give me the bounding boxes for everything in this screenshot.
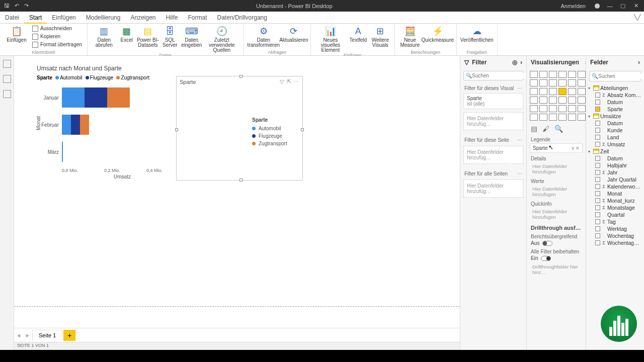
filter-drop-page[interactable]: Hier Datenfelder hinzufüg…	[463, 146, 523, 164]
avatar-icon[interactable]	[595, 4, 600, 9]
field-node[interactable]: ΣAbsatz Kom…	[588, 92, 642, 99]
tooltip-drop[interactable]: Hier Datenfelder hinzufügen	[530, 208, 583, 221]
enter-data-button[interactable]: ⌨Daten eingeben	[181, 25, 202, 48]
new-visual-button[interactable]: 📊Neues visuelles Element	[315, 25, 346, 53]
save-icon[interactable]: 🖫	[4, 3, 10, 9]
field-node[interactable]: Land	[588, 134, 642, 141]
viz-type-icon[interactable]	[568, 114, 576, 121]
more-visuals-button[interactable]: ⊞Weitere Visuals	[370, 25, 390, 48]
table-node[interactable]: ▾Umsätze	[588, 113, 642, 120]
viz-type-icon[interactable]	[530, 105, 538, 112]
collapse-icon[interactable]: ›	[638, 59, 640, 66]
viz-type-icon[interactable]	[558, 88, 567, 95]
drillthrough-drop[interactable]: Drillthroughfelder hier hinz…	[530, 263, 583, 276]
paste-button[interactable]: 📋Einfügen	[4, 25, 29, 43]
collapse-ribbon-icon[interactable]: ╲╱	[634, 14, 641, 21]
analytics-tab-icon[interactable]: 🔍	[554, 125, 563, 133]
get-data-button[interactable]: ▥Daten abrufen	[92, 25, 117, 48]
cross-report-toggle[interactable]	[542, 241, 552, 246]
tab-drillvorgang[interactable]: Daten/Drillvorgang	[212, 12, 272, 24]
field-node[interactable]: Jahr Quartal	[588, 176, 642, 183]
field-node[interactable]: ΣUmsatz	[588, 141, 642, 148]
undo-icon[interactable]: ↶	[15, 3, 19, 9]
viz-type-icon[interactable]	[539, 79, 547, 86]
field-node[interactable]: Datum	[588, 99, 642, 106]
format-tab-icon[interactable]: 🖌	[542, 125, 549, 133]
viz-type-icon[interactable]	[578, 114, 586, 121]
next-page-button[interactable]: ►	[23, 332, 32, 338]
viz-type-icon[interactable]	[558, 97, 567, 104]
refresh-button[interactable]: ⟳Aktualisieren	[281, 25, 306, 43]
maximize-button[interactable]: ▢	[620, 3, 626, 9]
field-node[interactable]: ΣMonatstage	[588, 204, 642, 211]
viz-type-icon[interactable]	[558, 114, 567, 121]
tab-hilfe[interactable]: Hilfe	[161, 12, 183, 24]
prev-page-button[interactable]: ◄	[14, 332, 23, 338]
viz-type-icon[interactable]	[530, 88, 538, 95]
keep-filters-toggle[interactable]	[541, 256, 551, 261]
viz-type-icon[interactable]	[530, 114, 538, 121]
filter-drop-visual[interactable]: Hier Datenfelder hinzufüg…	[463, 112, 523, 130]
collapse-icon[interactable]: ›	[520, 59, 522, 66]
viz-type-icon[interactable]	[549, 97, 557, 104]
fields-search-input[interactable]	[598, 73, 644, 79]
minimize-button[interactable]: —	[607, 3, 613, 9]
viz-type-icon[interactable]	[530, 71, 538, 78]
slicer-visual[interactable]: Sparte ▽ ⇱ ⋯ Sparte Automobil Flugzeuge …	[176, 76, 303, 180]
excel-button[interactable]: ▦Excel	[119, 25, 135, 43]
table-node[interactable]: ▾Abteilungen	[588, 84, 642, 92]
filter-icon[interactable]: ▽	[278, 78, 285, 85]
field-node[interactable]: ΣTag	[588, 218, 642, 225]
publish-button[interactable]: ☁Veröffentlichen	[461, 25, 493, 43]
viz-type-icon[interactable]	[568, 71, 576, 78]
viz-type-icon[interactable]	[578, 97, 586, 104]
viz-type-icon[interactable]	[558, 71, 567, 78]
field-node[interactable]: Monat	[588, 190, 642, 197]
data-view-icon[interactable]	[3, 75, 11, 83]
field-node[interactable]: Datum	[588, 155, 642, 162]
textbox-button[interactable]: ATextfeld	[348, 25, 368, 43]
field-node[interactable]: Halbjahr	[588, 162, 642, 169]
values-drop[interactable]: Hier Datenfelder hinzufügen	[530, 185, 583, 198]
viz-type-icon[interactable]	[549, 79, 557, 86]
cut-button[interactable]: Ausschneiden	[31, 25, 83, 32]
viz-type-icon[interactable]	[549, 114, 557, 121]
field-node[interactable]: Sparte	[588, 106, 642, 113]
report-view-icon[interactable]	[3, 60, 11, 68]
viz-type-icon[interactable]	[539, 97, 547, 104]
viz-type-icon[interactable]	[568, 79, 576, 86]
tab-start[interactable]: Start	[24, 12, 47, 24]
quickmeasure-button[interactable]: ⚡Quickmeasure	[423, 25, 452, 43]
viz-type-icon[interactable]	[549, 88, 557, 95]
tab-modellierung[interactable]: Modellierung	[81, 12, 126, 24]
details-drop[interactable]: Hier Datenfelder hinzufügen	[530, 162, 583, 175]
viz-type-icon[interactable]	[578, 79, 586, 86]
viz-type-icon[interactable]	[578, 88, 586, 95]
close-button[interactable]: ✕	[633, 3, 639, 9]
viz-type-icon[interactable]	[568, 105, 576, 112]
tab-anzeigen[interactable]: Anzeigen	[125, 12, 160, 24]
viz-type-icon[interactable]	[549, 105, 557, 112]
viz-type-icon[interactable]	[578, 105, 586, 112]
viz-type-icon[interactable]	[539, 105, 547, 112]
viz-type-icon[interactable]	[539, 71, 547, 78]
viz-type-icon[interactable]	[568, 97, 576, 104]
viz-type-icon[interactable]	[549, 71, 557, 78]
tab-einfuegen[interactable]: Einfügen	[47, 12, 80, 24]
sql-server-button[interactable]: 🗄SQL Server	[161, 25, 179, 48]
viz-type-icon[interactable]	[558, 79, 567, 86]
field-node[interactable]: Werktag	[588, 225, 642, 232]
field-node[interactable]: ΣMonat_kurz	[588, 197, 642, 204]
field-node[interactable]: Wochentag	[588, 232, 642, 239]
page-tab[interactable]: Seite 1	[32, 330, 62, 340]
viz-type-icon[interactable]	[558, 105, 567, 112]
pbi-datasets-button[interactable]: ▤Power BI-Datasets	[137, 25, 159, 48]
signin-link[interactable]: Anmelden	[560, 3, 586, 9]
field-node[interactable]: Kunde	[588, 127, 642, 134]
field-node[interactable]: Quartal	[588, 211, 642, 218]
viz-type-icon[interactable]	[539, 88, 547, 95]
table-node[interactable]: ▾Zeit	[588, 148, 642, 155]
fields-tab-icon[interactable]: ▤	[531, 125, 537, 133]
field-node[interactable]: ΣKalenderwo…	[588, 183, 642, 190]
viz-type-icon[interactable]	[539, 114, 547, 121]
